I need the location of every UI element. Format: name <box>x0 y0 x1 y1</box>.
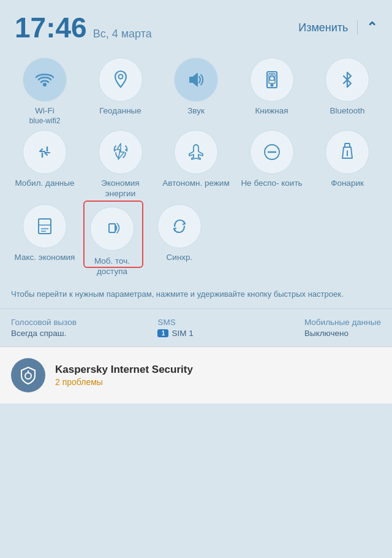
status-bar: 17:46 Вс, 4 марта Изменить ⌃ <box>0 0 392 52</box>
qs-hotspot-label: Моб. точ. доступа <box>78 256 146 277</box>
qs-battery-label: Экономия энергии <box>87 178 154 199</box>
kaspersky-notification[interactable]: Kaspersky Internet Security 2 проблемы <box>0 346 392 403</box>
svg-rect-15 <box>109 224 115 232</box>
qs-hotspot-circle <box>90 207 134 251</box>
qs-battery[interactable]: Экономия энергии <box>87 130 154 199</box>
qs-sync[interactable]: Синхр. <box>146 204 213 277</box>
mobile-data-icon <box>34 141 56 163</box>
qs-sync-circle <box>157 204 202 248</box>
no-disturb-icon <box>261 141 283 163</box>
svg-marker-2 <box>190 74 197 86</box>
qs-wifi-sublabel: blue-wifi2 <box>29 117 61 125</box>
voice-col: Голосовой вызов Всегда спраш. <box>11 318 85 338</box>
qs-battery-circle <box>99 130 143 174</box>
location-icon <box>110 69 132 91</box>
svg-rect-12 <box>39 219 51 225</box>
qs-mobile-circle <box>23 130 67 174</box>
quick-settings-panel: Wi-Fi blue-wifi2 Геоданные Звук <box>0 52 392 277</box>
qs-geo-label: Геоданные <box>99 105 141 117</box>
qs-sound[interactable]: Звук <box>162 58 230 125</box>
voice-value: Всегда спраш. <box>11 329 85 338</box>
notification-subtitle: 2 проблемы <box>55 377 193 387</box>
qs-mobile-data[interactable]: Мобил. данные <box>11 130 78 199</box>
screen-rotation-icon <box>261 69 283 91</box>
sms-value: 1 SIM 1 <box>157 329 231 338</box>
bluetooth-icon <box>336 69 358 91</box>
svg-point-1 <box>118 75 123 79</box>
clock: 17:46 <box>15 11 87 44</box>
qs-mobile-label: Мобил. данные <box>15 178 74 189</box>
qs-airplane[interactable]: Автономн. режим <box>162 130 230 199</box>
time-section: 17:46 Вс, 4 марта <box>15 11 152 44</box>
qs-wifi-circle <box>23 58 67 102</box>
qs-max-save-label: Макс. экономия <box>15 252 75 263</box>
sms-col: SMS 1 SIM 1 <box>157 318 231 338</box>
kaspersky-shield-icon <box>18 365 38 385</box>
sms-sim-label: SIM 1 <box>172 329 193 338</box>
qs-flashlight-circle <box>325 130 369 174</box>
flashlight-icon <box>336 141 358 163</box>
qs-row-1: Wi-Fi blue-wifi2 Геоданные Звук <box>11 58 381 125</box>
qs-no-disturb-circle <box>250 130 294 174</box>
qs-no-disturb[interactable]: Не беспо- коить <box>238 130 306 199</box>
vertical-divider <box>357 20 358 35</box>
qs-sync-label: Синхр. <box>167 252 193 263</box>
battery-save-icon <box>110 141 132 163</box>
qs-book-label: Книжная <box>255 105 288 117</box>
qs-sound-circle <box>174 58 218 102</box>
qs-row-3: Макс. экономия Моб. точ. доступа <box>11 204 381 277</box>
notification-text: Kaspersky Internet Security 2 проблемы <box>55 364 193 387</box>
qs-book-circle <box>250 58 294 102</box>
qs-airplane-circle <box>174 130 218 174</box>
qs-wifi-label: Wi-Fi <box>35 105 54 117</box>
sim-badge: 1 <box>157 329 168 337</box>
notification-title: Kaspersky Internet Security <box>55 364 193 376</box>
mobile-data-value: Выключено <box>304 329 381 338</box>
qs-flashlight[interactable]: Фонарик <box>314 130 381 199</box>
sync-icon <box>168 215 190 237</box>
sim-section: Голосовой вызов Всегда спраш. SMS 1 SIM … <box>0 309 392 346</box>
status-actions: Изменить ⌃ <box>298 20 377 36</box>
qs-sound-label: Звук <box>187 105 205 117</box>
kaspersky-icon-circle <box>11 358 45 392</box>
qs-airplane-label: Автономн. режим <box>162 178 229 189</box>
qs-hotspot[interactable]: Моб. точ. доступа <box>78 204 146 277</box>
qs-bluetooth-label: Bluetooth <box>330 105 364 117</box>
qs-book[interactable]: Книжная <box>238 58 306 125</box>
svg-point-5 <box>271 85 273 86</box>
qs-flashlight-label: Фонарик <box>331 178 364 189</box>
hotspot-icon <box>101 218 123 240</box>
airplane-icon <box>185 141 207 163</box>
qs-geo[interactable]: Геоданные <box>87 58 154 125</box>
svg-rect-6 <box>270 77 274 80</box>
qs-row-2: Мобил. данные Экономия энергии <box>11 130 381 199</box>
date: Вс, 4 марта <box>93 28 152 40</box>
qs-geo-circle <box>99 58 143 102</box>
mobile-data-col: Мобильные данные Выключено <box>304 318 381 338</box>
qs-no-disturb-label: Не беспо- коить <box>241 178 302 189</box>
chevron-up-icon[interactable]: ⌃ <box>366 20 377 36</box>
qs-max-save[interactable]: Макс. экономия <box>11 204 78 277</box>
qs-bluetooth[interactable]: Bluetooth <box>314 58 381 125</box>
hint-text: Чтобы перейти к нужным параметрам, нажми… <box>0 282 392 309</box>
max-save-icon <box>34 215 56 237</box>
wifi-icon <box>34 69 56 91</box>
sound-icon <box>185 69 207 91</box>
qs-max-save-circle <box>23 204 67 248</box>
svg-point-16 <box>25 373 31 379</box>
edit-button[interactable]: Изменить <box>298 21 348 34</box>
svg-point-0 <box>43 83 46 86</box>
sms-title: SMS <box>157 318 231 327</box>
qs-wifi[interactable]: Wi-Fi blue-wifi2 <box>11 58 78 125</box>
voice-title: Голосовой вызов <box>11 318 85 327</box>
qs-bluetooth-circle <box>325 58 369 102</box>
mobile-data-title: Мобильные данные <box>304 318 381 327</box>
